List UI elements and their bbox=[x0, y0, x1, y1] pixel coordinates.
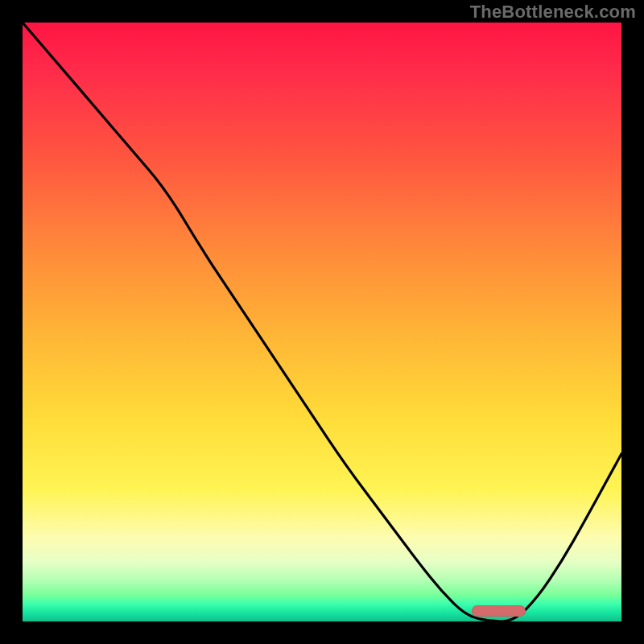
optimal-range-marker bbox=[472, 605, 526, 617]
bottleneck-curve bbox=[23, 23, 621, 621]
chart-frame: TheBottleneck.com bbox=[0, 0, 644, 644]
plot-area bbox=[23, 23, 621, 621]
watermark-text: TheBottleneck.com bbox=[470, 2, 636, 23]
